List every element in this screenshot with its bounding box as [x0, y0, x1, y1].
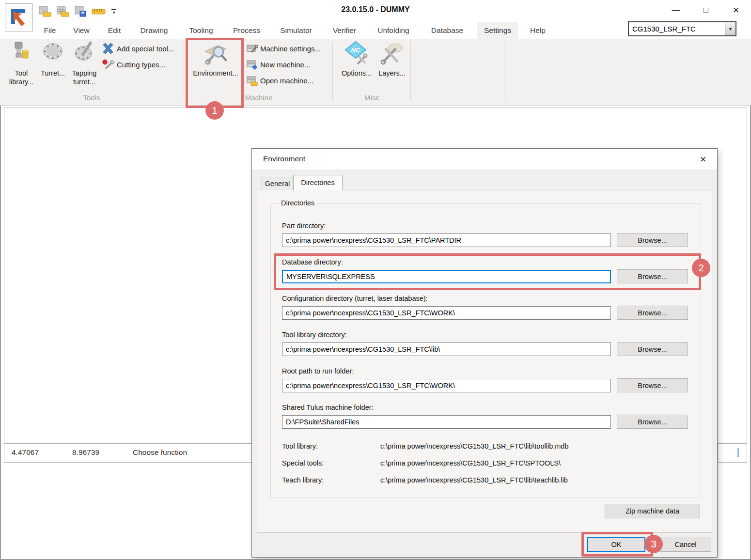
- special-tools-info-label: Special tools:: [282, 459, 324, 467]
- shared-tulus-folder-input[interactable]: [282, 415, 611, 429]
- configuration-directory-input[interactable]: [282, 306, 611, 320]
- cancel-button[interactable]: Cancel: [660, 537, 711, 552]
- close-button[interactable]: ✕: [721, 0, 751, 20]
- open-machine-icon: [246, 75, 258, 86]
- group-label-machine: Machine: [185, 93, 332, 102]
- app-logo-icon: [9, 7, 29, 28]
- open-machine-label: Open machine...: [260, 77, 313, 85]
- status-message: Choose function: [133, 448, 187, 457]
- cutting-types-button[interactable]: Cutting types...: [102, 58, 165, 71]
- part-directory-browse-button[interactable]: Browse...: [617, 233, 688, 247]
- tool-library-label: Tool library...: [5, 69, 38, 86]
- part-directory-input[interactable]: [282, 233, 611, 247]
- teach-library-info-label: Teach library:: [282, 476, 324, 484]
- environment-button[interactable]: Environment...: [188, 41, 243, 78]
- group-label-tools: Tools: [0, 93, 183, 102]
- database-directory-browse-button[interactable]: Browse...: [617, 269, 688, 283]
- cutting-types-icon: [102, 58, 114, 71]
- root-path-browse-button[interactable]: Browse...: [617, 378, 688, 392]
- machine-settings-icon: [246, 43, 258, 54]
- tab-file[interactable]: File: [37, 22, 63, 39]
- teach-library-info-value: c:\prima power\ncexpress\CG1530_LSR_FTC\…: [380, 476, 568, 484]
- zip-machine-data-button[interactable]: Zip machine data: [605, 504, 700, 518]
- database-directory-input[interactable]: [282, 270, 611, 283]
- status-coord-x: 4.47067: [12, 448, 39, 457]
- new-machine-icon: [246, 59, 258, 70]
- options-label: Options...: [342, 69, 372, 78]
- step-badge-3: 3: [644, 535, 663, 553]
- options-icon: NC: [344, 41, 369, 66]
- tab-database[interactable]: Database: [424, 22, 470, 39]
- tab-help[interactable]: Help: [523, 22, 552, 39]
- tool-library-directory-input[interactable]: [282, 342, 611, 356]
- add-special-tool-button[interactable]: Add special tool...: [102, 42, 174, 55]
- database-directory-label: Database directory:: [282, 258, 343, 266]
- maximize-button[interactable]: □: [691, 0, 721, 20]
- machine-settings-button[interactable]: Machine settings...: [246, 42, 321, 55]
- title-bar: ▾ 23.0.15.0 - DUMMY — □ ✕: [0, 0, 751, 22]
- tapping-turret-button[interactable]: Tapping turret...: [68, 41, 101, 86]
- environment-label: Environment...: [193, 69, 238, 78]
- directories-groupbox-label: Directories: [278, 199, 317, 207]
- new-machine-label: New machine...: [260, 61, 310, 69]
- tab-verifier[interactable]: Verifier: [326, 22, 363, 39]
- ok-button[interactable]: OK: [587, 537, 645, 552]
- chevron-down-icon[interactable]: ▼: [725, 22, 735, 35]
- tab-settings[interactable]: Settings: [477, 22, 518, 39]
- tool-library-info-value: c:\prima power\ncexpress\CG1530_LSR_FTC\…: [380, 442, 568, 450]
- options-button[interactable]: NC Options...: [339, 41, 374, 78]
- group-separator: [332, 42, 333, 101]
- tab-tooling[interactable]: Tooling: [182, 22, 219, 39]
- step-badge-2: 2: [692, 259, 710, 277]
- machine-selector-value: CG1530_LSR_FTC: [629, 22, 725, 35]
- machine-selector[interactable]: CG1530_LSR_FTC ▼: [628, 21, 736, 36]
- status-divider: [718, 444, 718, 462]
- cutting-types-label: Cutting types...: [117, 61, 165, 69]
- turret-label: Turret...: [41, 69, 65, 78]
- turret-button[interactable]: Turret...: [39, 41, 67, 78]
- ribbon: Tool library... Turret...: [0, 39, 751, 106]
- layers-button[interactable]: Layers...: [376, 41, 408, 78]
- environment-icon: [203, 41, 228, 66]
- tab-drawing[interactable]: Drawing: [134, 22, 175, 39]
- tab-edit[interactable]: Edit: [101, 22, 128, 39]
- add-special-tool-icon: [102, 42, 114, 55]
- tapping-turret-icon: [73, 41, 96, 66]
- configuration-directory-browse-button[interactable]: Browse...: [617, 306, 688, 320]
- part-directory-label: Part directory:: [282, 222, 326, 230]
- shared-tulus-folder-label: Shared Tulus machine folder:: [282, 404, 374, 411]
- minimize-button[interactable]: —: [661, 0, 691, 20]
- window-controls: — □ ✕: [661, 0, 751, 20]
- window-title: 23.0.15.0 - DUMMY: [0, 5, 751, 14]
- dialog-tab-directories[interactable]: Directories: [293, 175, 343, 190]
- open-machine-button[interactable]: Open machine...: [246, 74, 313, 87]
- app-window: ▾ 23.0.15.0 - DUMMY — □ ✕ File View Edit…: [0, 0, 751, 560]
- tool-library-icon: [10, 41, 33, 66]
- group-label-misc: Misc: [333, 93, 410, 102]
- tool-library-directory-label: Tool library directory:: [282, 331, 347, 339]
- tool-library-button[interactable]: Tool library...: [5, 41, 38, 86]
- shared-tulus-folder-browse-button[interactable]: Browse...: [617, 415, 688, 429]
- tool-library-directory-browse-button[interactable]: Browse...: [617, 342, 688, 356]
- group-separator: [504, 42, 504, 101]
- status-coord-y: 8.96739: [72, 448, 99, 457]
- special-tools-info-value: c:\prima power\ncexpress\CG1530_LSR_FTC\…: [380, 459, 561, 467]
- tab-view[interactable]: View: [66, 22, 96, 39]
- tab-simulator[interactable]: Simulator: [273, 22, 318, 39]
- tab-process[interactable]: Process: [226, 22, 267, 39]
- step-badge-1: 1: [205, 101, 224, 120]
- tab-unfolding[interactable]: Unfolding: [371, 22, 416, 39]
- tool-library-info-label: Tool library:: [282, 442, 318, 450]
- layers-icon: [379, 41, 405, 66]
- turret-icon: [41, 41, 64, 66]
- new-machine-button[interactable]: New machine...: [246, 58, 310, 71]
- root-path-input[interactable]: [282, 379, 611, 392]
- configuration-directory-label: Configuration directory (turret, laser d…: [282, 295, 428, 302]
- dialog-close-icon[interactable]: ✕: [696, 153, 710, 166]
- group-separator: [184, 42, 184, 101]
- status-progress-tick: [737, 448, 739, 457]
- app-menu-button[interactable]: [5, 3, 33, 31]
- dialog-tab-general[interactable]: General: [262, 177, 293, 190]
- dialog-title-bar: Environment ✕: [252, 149, 717, 170]
- dialog-title: Environment: [263, 155, 305, 163]
